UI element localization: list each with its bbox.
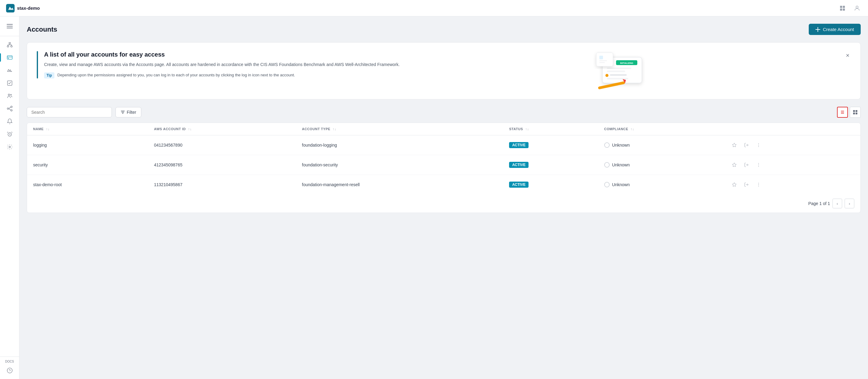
- accounts-table-container: NAME ↑↓ AWS ACCOUNT ID ↑↓ ACCOUNT TYPE ↑…: [27, 123, 861, 213]
- more-options-button-0[interactable]: [754, 140, 764, 150]
- compliance-circle-0: [604, 142, 610, 148]
- illustration-svg: INITIALIZING: [593, 51, 651, 91]
- sidebar-top: [0, 17, 19, 36]
- table-row: security 412345098765 foundation-securit…: [27, 155, 860, 175]
- cell-name-0: logging: [27, 135, 148, 155]
- svg-point-26: [7, 368, 12, 373]
- sort-icon-name[interactable]: ↑↓: [46, 127, 50, 131]
- list-view-button[interactable]: [837, 107, 848, 118]
- sidebar-nav: [0, 36, 19, 356]
- svg-point-51: [758, 143, 759, 144]
- svg-point-19: [7, 108, 8, 110]
- sidebar-item-org[interactable]: [4, 39, 16, 51]
- sort-icon-type[interactable]: ↑↓: [333, 127, 336, 131]
- svg-rect-6: [7, 24, 13, 25]
- compliance-circle-2: [604, 182, 610, 187]
- more-options-button-1[interactable]: [754, 160, 764, 170]
- cell-type-2: foundation-management-resell: [296, 175, 503, 195]
- svg-marker-49: [733, 143, 736, 147]
- sidebar-menu-toggle[interactable]: [4, 20, 16, 32]
- user-icon[interactable]: [852, 3, 862, 13]
- login-button-1[interactable]: [742, 160, 751, 170]
- main-content: Accounts Create Account A list of all yo…: [20, 17, 868, 379]
- sidebar-item-teams[interactable]: [4, 90, 16, 102]
- sort-icon-status[interactable]: ↑↓: [525, 127, 529, 131]
- table-row: logging 041234567890 foundation-logging …: [27, 135, 860, 155]
- app-name: stax-demo: [17, 5, 40, 11]
- favorite-button-0[interactable]: [730, 140, 739, 150]
- svg-point-52: [758, 145, 759, 145]
- topbar: stax-demo: [0, 0, 868, 17]
- grid-view-button[interactable]: [850, 107, 861, 118]
- topbar-right: [838, 3, 862, 13]
- svg-rect-34: [610, 74, 627, 76]
- svg-rect-2: [843, 6, 845, 8]
- compliance-cell-0: Unknown: [604, 142, 718, 148]
- svg-point-14: [8, 58, 9, 59]
- sidebar-item-accounts[interactable]: [4, 51, 16, 64]
- sort-icon-aws-id[interactable]: ↑↓: [188, 127, 192, 131]
- svg-rect-1: [840, 6, 842, 8]
- info-banner: A list of all your accounts for easy acc…: [27, 42, 861, 99]
- svg-rect-7: [7, 26, 13, 26]
- svg-point-63: [758, 186, 759, 186]
- tip-badge: Tip: [44, 72, 54, 79]
- svg-point-21: [11, 110, 12, 111]
- table-header-row: NAME ↑↓ AWS ACCOUNT ID ↑↓ ACCOUNT TYPE ↑…: [27, 123, 860, 135]
- app-logo: stax-demo: [6, 4, 40, 12]
- cell-name-2: stax-demo-root: [27, 175, 148, 195]
- compliance-circle-1: [604, 162, 610, 168]
- sidebar-item-integrations[interactable]: [4, 103, 16, 115]
- sidebar-item-help[interactable]: [4, 365, 16, 377]
- filter-icon: [121, 110, 125, 114]
- filter-button[interactable]: Filter: [116, 107, 141, 117]
- sidebar-item-alarms[interactable]: [4, 128, 16, 140]
- login-button-2[interactable]: [742, 180, 751, 190]
- svg-rect-3: [840, 8, 842, 11]
- banner-tip: Tip Depending upon the permissions assig…: [44, 72, 400, 79]
- cell-actions-1: [723, 155, 860, 175]
- svg-point-5: [856, 6, 858, 8]
- svg-rect-10: [7, 46, 8, 47]
- pagination-text: Page 1 of 1: [808, 201, 830, 206]
- sort-icon-compliance[interactable]: ↑↓: [631, 127, 634, 131]
- sidebar-item-checklist[interactable]: [4, 77, 16, 89]
- toolbar: Filter: [27, 107, 861, 118]
- tip-text: Depending upon the permissions assigned …: [57, 72, 295, 78]
- cell-aws-id-2: 113210495867: [148, 175, 296, 195]
- banner-close-button[interactable]: ×: [845, 51, 851, 60]
- svg-point-62: [758, 184, 759, 185]
- banner-text: A list of all your accounts for easy acc…: [44, 51, 400, 79]
- svg-rect-47: [853, 113, 855, 114]
- col-account-type: ACCOUNT TYPE ↑↓: [296, 123, 503, 135]
- sidebar-item-notifications[interactable]: [4, 115, 16, 127]
- docs-label: DOCS: [5, 360, 14, 363]
- svg-marker-54: [733, 163, 736, 167]
- status-badge-0: ACTIVE: [509, 142, 529, 148]
- sidebar-item-cost[interactable]: [4, 64, 16, 76]
- list-view-icon: [840, 110, 845, 115]
- row-actions-0: [730, 140, 854, 150]
- sidebar-item-settings[interactable]: [4, 141, 16, 153]
- svg-rect-46: [856, 110, 857, 112]
- sidebar: DOCS: [0, 0, 20, 379]
- pagination-prev-button[interactable]: ‹: [832, 199, 842, 208]
- compliance-cell-2: Unknown: [604, 182, 718, 187]
- svg-rect-35: [607, 78, 628, 79]
- more-options-button-2[interactable]: [754, 180, 764, 190]
- favorite-button-1[interactable]: [730, 160, 739, 170]
- status-badge-1: ACTIVE: [509, 162, 529, 168]
- search-input[interactable]: [27, 107, 112, 117]
- svg-rect-32: [607, 70, 625, 72]
- cell-aws-id-0: 041234567890: [148, 135, 296, 155]
- cell-compliance-1: Unknown: [598, 155, 724, 175]
- grid-icon[interactable]: [838, 3, 847, 13]
- col-status: STATUS ↑↓: [503, 123, 598, 135]
- favorite-button-2[interactable]: [730, 180, 739, 190]
- cell-compliance-2: Unknown: [598, 175, 724, 195]
- create-account-button[interactable]: Create Account: [809, 24, 861, 35]
- banner-illustration: INITIALIZING: [592, 51, 653, 91]
- svg-line-23: [8, 109, 11, 110]
- pagination-next-button[interactable]: ›: [845, 199, 854, 208]
- login-button-0[interactable]: [742, 140, 751, 150]
